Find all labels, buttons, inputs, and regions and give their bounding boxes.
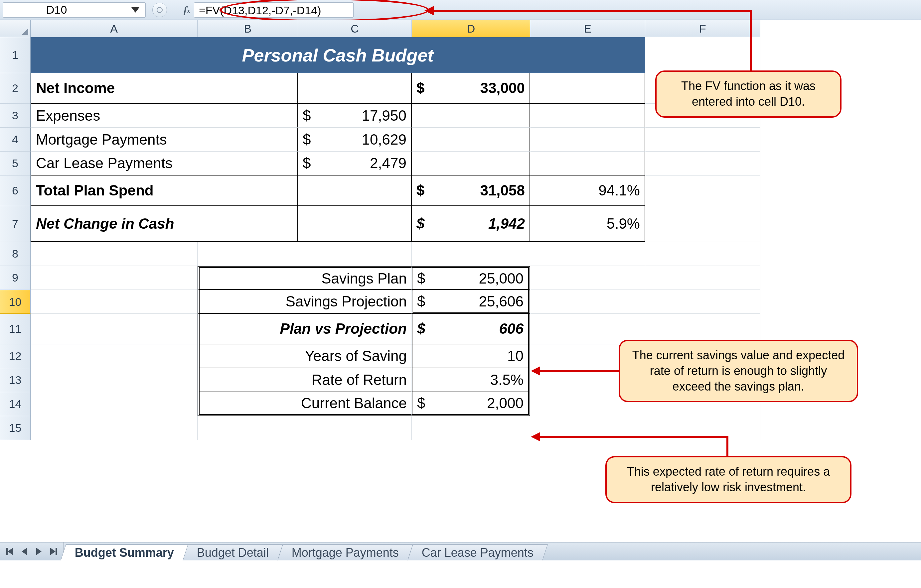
cell-a7[interactable]: Net Change in Cash [31, 206, 298, 242]
row-header-5[interactable]: 5 [0, 151, 31, 175]
cell-a5[interactable]: Car Lease Payments [31, 151, 298, 175]
cell-e3[interactable] [530, 104, 645, 128]
cell-b8[interactable] [198, 242, 298, 266]
formula-input[interactable]: =FV(D13,D12,-D7,-D14) [194, 2, 353, 18]
cell-bc12[interactable]: Years of Saving [198, 344, 412, 368]
cell-f8[interactable] [645, 242, 760, 266]
cell-a6[interactable]: Total Plan Spend [31, 175, 298, 206]
cell-d10-selected[interactable]: $25,606 [412, 290, 530, 314]
cell-d5[interactable] [412, 151, 530, 175]
cell-a2[interactable]: Net Income [31, 73, 298, 104]
cell-a14[interactable] [31, 392, 198, 416]
cell-bc11[interactable]: Plan vs Projection [198, 314, 412, 344]
row-header-4[interactable]: 4 [0, 128, 31, 151]
row-header-15[interactable]: 15 [0, 416, 31, 440]
cell-d4[interactable] [412, 128, 530, 151]
row-header-11[interactable]: 11 [0, 314, 31, 344]
title-cell[interactable]: Personal Cash Budget [31, 37, 645, 73]
col-header-a[interactable]: A [31, 20, 198, 37]
cancel-formula-button[interactable] [152, 3, 167, 17]
cell-f6[interactable] [645, 175, 760, 206]
cell-e2[interactable] [530, 73, 645, 104]
cell-c8[interactable] [298, 242, 412, 266]
cell-a15[interactable] [31, 416, 198, 440]
cell-e8[interactable] [530, 242, 645, 266]
cell-e9[interactable] [530, 266, 645, 290]
col-header-d[interactable]: D [412, 20, 530, 37]
row-header-2[interactable]: 2 [0, 73, 31, 104]
cell-f10[interactable] [645, 290, 760, 314]
row-header-10[interactable]: 10 [0, 290, 31, 314]
cell-d9[interactable]: $25,000 [412, 266, 530, 290]
row-8: 8 [0, 242, 760, 266]
fx-icon[interactable]: fx [184, 4, 190, 16]
cell-a8[interactable] [31, 242, 198, 266]
name-box[interactable]: D10 [3, 2, 146, 18]
svg-point-0 [157, 7, 162, 13]
sheet-tab-strip: Budget Summary Budget Detail Mortgage Pa… [0, 542, 921, 560]
cell-c3[interactable]: $17,950 [298, 104, 412, 128]
cell-a4[interactable]: Mortgage Payments [31, 128, 298, 151]
cell-e7[interactable]: 5.9% [530, 206, 645, 242]
row-header-7[interactable]: 7 [0, 206, 31, 242]
col-header-f[interactable]: F [645, 20, 760, 37]
cell-d7[interactable]: $1,942 [412, 206, 530, 242]
cell-a11[interactable] [31, 314, 198, 344]
tab-nav-first[interactable] [3, 545, 16, 558]
sheet-tab-budget-summary[interactable]: Budget Summary [60, 544, 188, 560]
col-header-e[interactable]: E [530, 20, 645, 37]
col-header-c[interactable]: C [298, 20, 412, 37]
cell-e6[interactable]: 94.1% [530, 175, 645, 206]
cell-bc10[interactable]: Savings Projection [198, 290, 412, 314]
col-header-b[interactable]: B [198, 20, 298, 37]
cell-d14[interactable]: $2,000 [412, 392, 530, 416]
cell-c4[interactable]: $10,629 [298, 128, 412, 151]
row-header-3[interactable]: 3 [0, 104, 31, 128]
cell-d13[interactable]: 3.5% [412, 368, 530, 392]
sheet-tab-budget-detail[interactable]: Budget Detail [182, 544, 283, 560]
row-header-1[interactable]: 1 [0, 37, 31, 73]
select-all-corner[interactable] [0, 20, 31, 37]
cell-f7[interactable] [645, 206, 760, 242]
tab-nav-next[interactable] [32, 545, 46, 558]
cell-d12[interactable]: 10 [412, 344, 530, 368]
cell-d11[interactable]: $606 [412, 314, 530, 344]
cell-f1[interactable] [645, 37, 760, 73]
cell-c15[interactable] [298, 416, 412, 440]
cell-bc13[interactable]: Rate of Return [198, 368, 412, 392]
cell-c2[interactable] [298, 73, 412, 104]
cell-e10[interactable] [530, 290, 645, 314]
cell-d2[interactable]: $33,000 [412, 73, 530, 104]
cell-d8[interactable] [412, 242, 530, 266]
row-header-12[interactable]: 12 [0, 344, 31, 368]
sheet-tab-car-lease-payments[interactable]: Car Lease Payments [408, 544, 548, 560]
cell-bc9[interactable]: Savings Plan [198, 266, 412, 290]
cell-c5[interactable]: $2,479 [298, 151, 412, 175]
cell-d6[interactable]: $31,058 [412, 175, 530, 206]
cell-e5[interactable] [530, 151, 645, 175]
tab-nav-last[interactable] [47, 545, 60, 558]
row-header-14[interactable]: 14 [0, 392, 31, 416]
cell-a9[interactable] [31, 266, 198, 290]
cell-c7[interactable] [298, 206, 412, 242]
row-header-8[interactable]: 8 [0, 242, 31, 266]
cell-c6[interactable] [298, 175, 412, 206]
cell-d15[interactable] [412, 416, 530, 440]
cell-e4[interactable] [530, 128, 645, 151]
cell-a13[interactable] [31, 368, 198, 392]
cell-bc14[interactable]: Current Balance [198, 392, 412, 416]
row-header-13[interactable]: 13 [0, 368, 31, 392]
cell-a12[interactable] [31, 344, 198, 368]
sheet-tab-mortgage-payments[interactable]: Mortgage Payments [277, 544, 413, 560]
name-box-dropdown-icon[interactable] [132, 7, 139, 13]
cell-d3[interactable] [412, 104, 530, 128]
cell-a10[interactable] [31, 290, 198, 314]
cell-a3[interactable]: Expenses [31, 104, 298, 128]
tab-nav-prev[interactable] [17, 545, 31, 558]
cell-f9[interactable] [645, 266, 760, 290]
row-header-6[interactable]: 6 [0, 175, 31, 206]
cell-f4[interactable] [645, 128, 760, 151]
cell-b15[interactable] [198, 416, 298, 440]
cell-f5[interactable] [645, 151, 760, 175]
row-header-9[interactable]: 9 [0, 266, 31, 290]
